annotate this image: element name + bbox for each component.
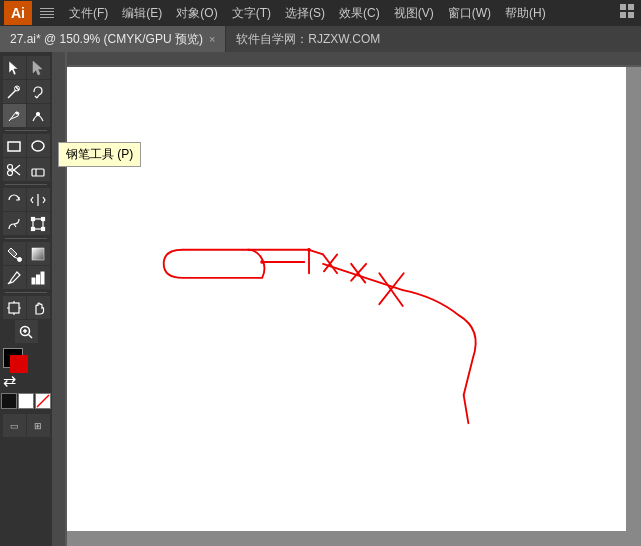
none-swatch[interactable]: [35, 393, 51, 409]
tab-title: 27.ai* @ 150.9% (CMYK/GPU 预览): [10, 31, 203, 48]
reflect-tool[interactable]: [27, 188, 50, 211]
direct-selection-tool[interactable]: [27, 56, 50, 79]
separator-3: [5, 238, 47, 239]
menu-object[interactable]: 对象(O): [169, 3, 224, 24]
svg-rect-1: [628, 4, 634, 10]
black-swatch[interactable]: [1, 393, 17, 409]
menu-file[interactable]: 文件(F): [62, 3, 115, 24]
menu-view[interactable]: 视图(V): [387, 3, 441, 24]
normal-screen-mode[interactable]: ▭: [3, 414, 26, 437]
drawing-svg: [67, 67, 626, 531]
separator-1: [5, 130, 47, 131]
svg-rect-31: [37, 275, 40, 284]
svg-point-14: [8, 170, 13, 175]
svg-marker-4: [9, 61, 18, 75]
tab-bar: 27.ai* @ 150.9% (CMYK/GPU 预览) × 软件自学网：RJ…: [0, 26, 641, 52]
svg-rect-0: [620, 4, 626, 10]
rectangle-tool[interactable]: [3, 134, 26, 157]
svg-line-42: [37, 395, 49, 407]
svg-point-11: [37, 112, 40, 115]
menu-bar: Ai 文件(F) 编辑(E) 对象(O) 文字(T) 选择(S) 效果(C) 视…: [0, 0, 641, 26]
svg-point-46: [307, 248, 311, 252]
svg-rect-3: [628, 12, 634, 18]
svg-rect-24: [32, 227, 35, 230]
menu-text[interactable]: 文字(T): [225, 3, 278, 24]
top-ruler: [52, 52, 641, 67]
tab-close-button[interactable]: ×: [209, 33, 215, 45]
svg-rect-22: [32, 217, 35, 220]
svg-line-16: [12, 165, 20, 172]
white-swatch[interactable]: [18, 393, 34, 409]
svg-rect-23: [42, 217, 45, 220]
menu-help[interactable]: 帮助(H): [498, 3, 553, 24]
free-transform-tool[interactable]: [27, 212, 50, 235]
color-section: ⇄: [3, 348, 49, 390]
svg-point-10: [16, 111, 19, 114]
grid-icon: [619, 3, 637, 21]
svg-rect-12: [8, 142, 20, 151]
scissors-tool[interactable]: [3, 158, 26, 181]
zoom-tool[interactable]: [15, 320, 38, 343]
separator-4: [5, 292, 47, 293]
menu-effect[interactable]: 效果(C): [332, 3, 387, 24]
svg-rect-25: [42, 227, 45, 230]
svg-line-6: [8, 90, 16, 98]
gradient-tool[interactable]: [27, 242, 50, 265]
svg-line-39: [29, 334, 33, 338]
rotate-tool[interactable]: [3, 188, 26, 211]
toolbar: 钢笔工具 (P): [0, 52, 52, 546]
eyedropper-tool[interactable]: [3, 266, 26, 289]
curvature-tool[interactable]: [27, 104, 50, 127]
left-ruler: [52, 52, 67, 546]
svg-line-7: [16, 87, 19, 90]
menu-window[interactable]: 窗口(W): [441, 3, 498, 24]
svg-line-17: [12, 168, 20, 175]
swap-colors-icon[interactable]: ⇄: [3, 371, 16, 390]
svg-rect-30: [32, 278, 35, 284]
hand-tool[interactable]: [27, 296, 50, 319]
menu-icon: [38, 4, 56, 22]
ai-logo: Ai: [4, 1, 32, 25]
svg-marker-5: [33, 61, 42, 75]
site-label: 软件自学网：RJZXW.COM: [226, 31, 390, 48]
magic-wand-tool[interactable]: [3, 80, 26, 103]
svg-rect-2: [620, 12, 626, 18]
screen-mode-tools: ▭ ⊞: [3, 414, 50, 437]
svg-rect-18: [32, 169, 44, 176]
svg-point-27: [18, 257, 22, 261]
main-area: 钢笔工具 (P): [0, 52, 641, 546]
menu-select[interactable]: 选择(S): [278, 3, 332, 24]
warp-tool[interactable]: [3, 212, 26, 235]
paintbucket-tool[interactable]: [3, 242, 26, 265]
svg-rect-28: [32, 248, 44, 260]
ellipse-tool[interactable]: [27, 134, 50, 157]
drawing-canvas[interactable]: [67, 67, 626, 531]
svg-line-9: [35, 96, 37, 98]
svg-point-45: [260, 260, 264, 264]
separator-2: [5, 184, 47, 185]
active-tab[interactable]: 27.ai* @ 150.9% (CMYK/GPU 预览) ×: [0, 26, 226, 52]
canvas-area: [52, 52, 641, 546]
svg-rect-33: [9, 303, 19, 313]
arrange-windows[interactable]: ⊞: [27, 414, 50, 437]
svg-point-13: [32, 141, 44, 151]
lasso-tool[interactable]: [27, 80, 50, 103]
svg-point-15: [8, 164, 13, 169]
artboard-tool[interactable]: [3, 296, 26, 319]
eraser-tool[interactable]: [27, 158, 50, 181]
svg-rect-32: [41, 272, 44, 284]
selection-tool[interactable]: [3, 56, 26, 79]
pen-tool[interactable]: [3, 104, 26, 127]
bar-chart-tool[interactable]: [27, 266, 50, 289]
menu-edit[interactable]: 编辑(E): [115, 3, 169, 24]
swatch-row: [1, 393, 51, 409]
